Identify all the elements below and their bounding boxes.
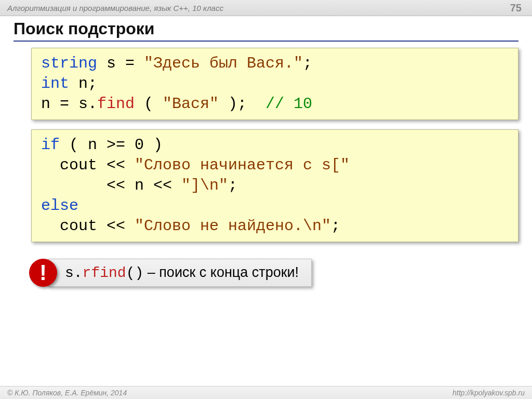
text: ); [219, 95, 265, 113]
text: ( [135, 95, 163, 113]
course-label: Алгоритмизация и программирование, язык … [7, 4, 223, 12]
exclaim-icon: ! [29, 259, 57, 287]
text: n; [69, 75, 97, 92]
note-row: ! s.rfind() – поиск с конца строки! [29, 259, 518, 287]
text: ; [228, 177, 237, 194]
note-box: s.rfind() – поиск с конца строки! [48, 259, 312, 287]
code-block-2: if ( n >= 0 ) cout << "Слово начинается … [31, 129, 518, 242]
string-literal: "Слово не найдено.\n" [135, 217, 331, 235]
text: n = s. [41, 95, 97, 113]
page-number: 75 [510, 2, 525, 14]
footer-url: http://kpolyakov.spb.ru [453, 389, 525, 397]
slide-title: Поиск подстроки [14, 19, 518, 38]
string-literal: "Здесь был Вася." [144, 55, 303, 72]
code-block-1: string s = "Здесь был Вася."; int n; n =… [31, 48, 518, 120]
func-find: find [97, 95, 135, 113]
func-rfind: rfind [83, 265, 126, 281]
text: ; [331, 217, 340, 235]
text: cout << [41, 156, 135, 174]
string-literal: "Слово начинается с s[" [135, 156, 350, 174]
keyword-int: int [41, 75, 69, 92]
comment: // 10 [265, 95, 312, 113]
text: () [126, 265, 144, 281]
slide-content: Поиск подстроки string s = "Здесь был Ва… [0, 16, 532, 287]
text: ( n >= 0 ) [60, 136, 163, 154]
text: cout << [41, 217, 135, 235]
keyword-if: if [41, 136, 60, 154]
keyword-string: string [41, 55, 97, 72]
string-literal: "]\n" [181, 177, 228, 194]
text: s = [97, 55, 144, 72]
text: << n << [41, 177, 181, 194]
text: s. [65, 265, 83, 281]
header-bar: Алгоритмизация и программирование, язык … [0, 0, 532, 16]
footer-bar: © К.Ю. Поляков, Е.А. Ерёмин, 2014 http:/… [0, 386, 532, 399]
copyright: © К.Ю. Поляков, Е.А. Ерёмин, 2014 [7, 389, 127, 397]
text: ; [303, 55, 312, 72]
note-tail: – поиск с конца строки! [143, 264, 299, 280]
keyword-else: else [41, 197, 78, 215]
title-rule [14, 41, 518, 42]
string-literal: "Вася" [163, 95, 219, 113]
